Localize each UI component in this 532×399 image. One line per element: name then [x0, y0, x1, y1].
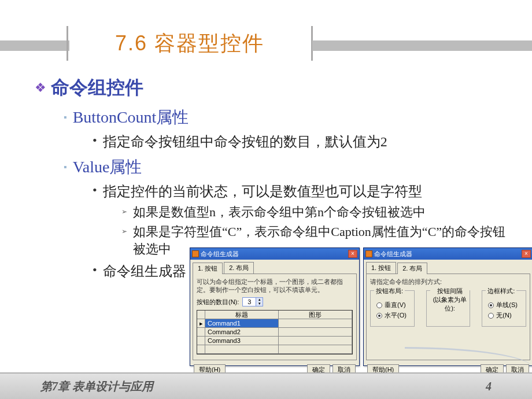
bullet-line: • 指定控件的当前状态，可以是数值型也可以是字符型: [93, 182, 515, 201]
dialog-tabs: 1. 按钮 2. 布局: [366, 262, 530, 274]
radio-icon: [488, 313, 494, 319]
spacing-legend: 按钮间隔 (以象素为单位):: [430, 287, 470, 313]
section-head: Value属性: [73, 156, 142, 178]
dialog-titlebar: 命令组生成器 ×: [190, 248, 359, 260]
button-count-spinner[interactable]: ▲▼: [242, 297, 263, 306]
count-input[interactable]: [243, 298, 256, 305]
sub-bullet-line: ➢ 如果是数值型n，表示命令组中第n个命令按钮被选中: [121, 204, 515, 221]
count-label: 按钮的数目(N):: [197, 298, 239, 306]
radio-vertical[interactable]: 垂直(V): [376, 301, 408, 309]
table-row[interactable]: Command3: [197, 337, 352, 345]
buttons-grid[interactable]: 标题 图形 ▸ Command1 Command2 Command3: [197, 310, 353, 354]
slide-footer: 第7章 表单设计与应用 4: [0, 372, 532, 399]
command-group-builder-dialog-buttons: 命令组生成器 × 1. 按钮 2. 布局 可以为命令组指定一个标题，一个图形，或…: [190, 247, 360, 366]
title-decor-right: [312, 40, 532, 51]
dialog-title-text: 命令组生成器: [374, 250, 412, 258]
bullet-line: • 指定命令按钮组中命令按钮的数目，默认值为2: [93, 132, 515, 152]
caption-cell[interactable]: Command2: [205, 328, 279, 337]
arrow-bullet-icon: ➢: [121, 204, 127, 220]
picture-cell[interactable]: [279, 319, 352, 328]
table-row[interactable]: [197, 345, 352, 354]
tab-buttons[interactable]: 1. 按钮: [193, 263, 223, 274]
row-marker: [197, 328, 205, 337]
grid-header-caption: 标题: [205, 311, 279, 319]
arrow-bullet-icon: ➢: [121, 223, 127, 239]
slide-title-bar: 7.6 容器型控件: [0, 26, 532, 55]
radio-icon: [376, 302, 382, 308]
diamond-bullet-icon: ❖: [35, 80, 46, 95]
tab-layout[interactable]: 2. 布局: [224, 262, 254, 274]
section-value: ▪ Value属性: [64, 156, 515, 178]
radio-horizontal[interactable]: 水平(O): [376, 311, 408, 320]
square-bullet-icon: ▪: [64, 112, 67, 123]
close-icon[interactable]: ×: [348, 250, 357, 258]
radio-label: 水平(O): [385, 311, 407, 320]
dot-bullet-icon: •: [93, 182, 97, 199]
row-marker-icon: ▸: [197, 319, 205, 328]
section-head: ButtonCount属性: [73, 106, 189, 128]
tab-buttons[interactable]: 1. 按钮: [366, 262, 396, 274]
h1-text: 命令组控件: [51, 75, 143, 101]
bullet-text: 指定命令按钮组中命令按钮的数目，默认值为2: [103, 132, 387, 152]
hint-text: 可以为命令组指定一个标题，一个图形，或二者都指定。要制作一个空白按钮，可以不填该…: [197, 278, 353, 294]
sub-text: 如果是数值型n，表示命令组中第n个命令按钮被选中: [133, 204, 426, 221]
dot-bullet-icon: •: [93, 132, 97, 149]
dialog-title-text: 命令组生成器: [201, 250, 239, 258]
border-fieldset: 边框样式: 单线(S) 无(N): [482, 290, 526, 327]
radio-single[interactable]: 单线(S): [488, 301, 520, 309]
tab-layout[interactable]: 2. 布局: [397, 263, 427, 274]
row-marker: [197, 337, 205, 345]
dot-bullet-icon: •: [93, 261, 97, 279]
section-buttoncount: ▪ ButtonCount属性: [64, 106, 515, 128]
spin-up-icon[interactable]: ▲: [256, 298, 263, 302]
bullet-text: 命令组生成器: [103, 261, 186, 281]
layout-fieldset: 按钮布局: 垂直(V) 水平(O): [370, 290, 415, 327]
spacing-fieldset: 按钮间隔 (以象素为单位): ▲▼: [426, 290, 471, 327]
radio-label: 无(N): [496, 311, 511, 320]
tab-body-layout: 请指定命令组的排列方式: 按钮布局: 垂直(V) 水平(O) 按钮间隔 (以象素…: [366, 274, 530, 360]
page-number: 4: [486, 380, 492, 393]
grid-corner: [197, 311, 205, 319]
close-icon[interactable]: ×: [522, 250, 531, 258]
picture-cell[interactable]: [279, 337, 352, 345]
caption-cell[interactable]: [205, 345, 279, 354]
square-bullet-icon: ▪: [64, 162, 67, 172]
heading-1: ❖ 命令组控件: [35, 75, 515, 101]
chapter-label: 第7章 表单设计与应用: [40, 379, 153, 394]
row-marker: [197, 345, 205, 354]
radio-label: 单线(S): [496, 301, 518, 309]
radio-icon: [488, 302, 494, 308]
table-row[interactable]: ▸ Command1: [197, 319, 352, 328]
spin-down-icon[interactable]: ▼: [256, 302, 263, 306]
dialog-titlebar: 命令组生成器 ×: [364, 248, 532, 260]
caption-cell[interactable]: Command3: [205, 337, 279, 345]
fox-icon: [365, 250, 372, 257]
hint-text: 请指定命令组的排列方式:: [370, 278, 526, 286]
table-row[interactable]: Command2: [197, 328, 352, 337]
radio-label: 垂直(V): [385, 301, 406, 309]
caption-cell[interactable]: Command1: [205, 319, 279, 328]
layout-legend: 按钮布局:: [374, 287, 405, 295]
button-count-row: 按钮的数目(N): ▲▼: [197, 297, 353, 306]
slide-title: 7.6 容器型控件: [66, 26, 313, 61]
fox-icon: [192, 250, 199, 257]
radio-none[interactable]: 无(N): [488, 311, 520, 320]
dialog-tabs: 1. 按钮 2. 布局: [193, 262, 357, 274]
grid-header-picture: 图形: [279, 311, 352, 319]
tab-body-buttons: 可以为命令组指定一个标题，一个图形，或二者都指定。要制作一个空白按钮，可以不填该…: [193, 274, 357, 360]
picture-cell[interactable]: [279, 345, 352, 354]
border-legend: 边框样式:: [486, 287, 516, 295]
radio-icon: [376, 313, 382, 319]
title-decor-left: [0, 40, 69, 51]
picture-cell[interactable]: [279, 328, 352, 337]
bullet-text: 指定控件的当前状态，可以是数值型也可以是字符型: [103, 182, 422, 201]
